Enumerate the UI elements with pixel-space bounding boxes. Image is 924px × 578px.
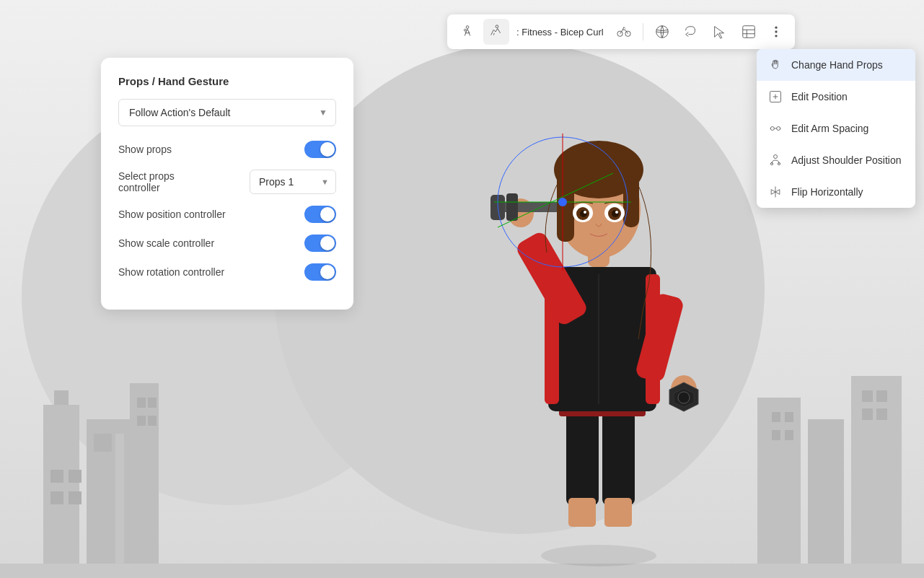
dropdown-item-edit-position[interactable]: Edit Position <box>757 81 915 113</box>
svg-rect-11 <box>137 416 146 426</box>
svg-point-59 <box>584 211 586 214</box>
svg-point-67 <box>464 29 466 31</box>
panel-title: Props / Hand Gesture <box>118 75 336 87</box>
arm-spacing-icon <box>768 121 783 136</box>
svg-point-26 <box>541 545 656 566</box>
svg-rect-27 <box>566 411 599 505</box>
svg-point-42 <box>678 392 690 403</box>
dropdown-item-flip-horizontally[interactable]: Flip Horizontally <box>757 176 915 208</box>
figure-icon[interactable] <box>454 19 480 45</box>
action-label: : Fitness - Bicep Curl <box>512 27 608 38</box>
svg-rect-17 <box>785 412 793 422</box>
shoulder-icon <box>768 153 783 167</box>
svg-rect-20 <box>851 376 902 578</box>
svg-point-79 <box>774 155 778 159</box>
svg-rect-7 <box>94 434 112 452</box>
running-icon[interactable] <box>483 19 509 45</box>
dropdown-item-change-hand-props[interactable]: Change Hand Props <box>757 49 915 81</box>
show-position-row: Show position controller <box>118 206 336 223</box>
toolbar-divider-1 <box>643 23 643 40</box>
svg-point-73 <box>775 27 777 29</box>
show-props-label: Show props <box>118 144 172 155</box>
flip-icon <box>768 185 783 199</box>
cursor-icon[interactable] <box>707 19 733 45</box>
character-area <box>418 36 779 577</box>
svg-rect-3 <box>50 470 63 483</box>
more-button[interactable] <box>765 20 788 43</box>
props-select-wrapper: Props 1 Props 2 Props 3 ▼ <box>250 170 336 194</box>
change-hand-props-label: Change Hand Props <box>791 59 883 71</box>
svg-point-78 <box>777 127 780 131</box>
svg-rect-22 <box>876 390 887 402</box>
svg-rect-51 <box>557 170 574 242</box>
svg-rect-8 <box>115 434 124 578</box>
edit-arm-spacing-label: Edit Arm Spacing <box>791 123 868 134</box>
svg-rect-12 <box>148 398 157 408</box>
svg-rect-10 <box>137 398 146 408</box>
show-props-toggle[interactable] <box>304 141 336 158</box>
show-scale-row: Show scale controller <box>118 235 336 252</box>
svg-point-68 <box>496 25 498 28</box>
show-rotation-toggle[interactable] <box>304 263 336 281</box>
edit-position-icon <box>768 89 783 104</box>
bike-icon[interactable] <box>611 19 637 45</box>
svg-point-75 <box>775 35 777 37</box>
show-position-label: Show position controller <box>118 209 226 220</box>
svg-rect-21 <box>862 390 873 402</box>
svg-rect-4 <box>50 491 63 504</box>
svg-rect-28 <box>602 411 635 505</box>
svg-rect-45 <box>506 193 518 221</box>
svg-rect-13 <box>148 416 157 426</box>
show-scale-toggle[interactable] <box>304 235 336 252</box>
svg-rect-72 <box>742 26 754 38</box>
svg-point-58 <box>612 210 619 217</box>
select-props-label: Select propscontroller <box>118 170 175 193</box>
show-props-row: Show props <box>118 141 336 158</box>
select-props-row: Select propscontroller Props 1 Props 2 P… <box>118 170 336 194</box>
props-select[interactable]: Props 1 Props 2 Props 3 <box>250 170 336 194</box>
hand-props-icon <box>768 58 783 72</box>
svg-rect-9 <box>130 383 159 578</box>
svg-rect-6 <box>69 491 82 504</box>
svg-rect-1 <box>54 390 69 405</box>
character-svg <box>418 36 779 577</box>
svg-rect-19 <box>808 419 844 578</box>
show-position-toggle[interactable] <box>304 206 336 223</box>
show-rotation-label: Show rotation controller <box>118 266 224 278</box>
dropdown-item-edit-arm-spacing[interactable]: Edit Arm Spacing <box>757 113 915 144</box>
svg-rect-5 <box>69 470 82 483</box>
show-rotation-row: Show rotation controller <box>118 263 336 281</box>
flip-horizontally-label: Flip Horizontally <box>791 186 863 198</box>
layout-icon[interactable] <box>736 19 762 45</box>
svg-rect-18 <box>785 430 793 440</box>
side-panel: Props / Hand Gesture Follow Action's Def… <box>101 58 353 310</box>
show-scale-label: Show scale controller <box>118 237 214 249</box>
svg-rect-52 <box>623 170 639 227</box>
globe-icon[interactable] <box>649 19 675 45</box>
undo-icon[interactable] <box>678 19 704 45</box>
svg-rect-29 <box>568 498 596 527</box>
dropdown-menu: Change Hand Props Edit Position Edit Arm… <box>757 49 915 208</box>
edit-position-label: Edit Position <box>791 91 848 102</box>
svg-point-66 <box>466 26 469 29</box>
svg-rect-24 <box>876 408 887 420</box>
svg-point-71 <box>656 26 668 38</box>
action-dropdown-wrapper: Follow Action's DefaultCustom ▼ <box>118 99 336 126</box>
svg-point-77 <box>770 127 774 131</box>
dropdown-item-adjust-shoulder[interactable]: Adjust Shoulder Position <box>757 144 915 176</box>
svg-point-60 <box>615 211 618 214</box>
show-rotation-knob <box>320 265 335 279</box>
svg-rect-23 <box>862 408 873 420</box>
svg-rect-44 <box>490 195 505 220</box>
show-position-knob <box>320 207 335 222</box>
show-props-knob <box>320 142 335 157</box>
svg-point-57 <box>580 210 587 217</box>
action-dropdown[interactable]: Follow Action's DefaultCustom <box>118 99 336 126</box>
svg-rect-30 <box>604 498 632 527</box>
show-scale-knob <box>320 236 335 250</box>
svg-point-74 <box>775 30 777 32</box>
adjust-shoulder-label: Adjust Shoulder Position <box>791 154 902 166</box>
toolbar: : Fitness - Bicep Curl <box>447 14 795 49</box>
